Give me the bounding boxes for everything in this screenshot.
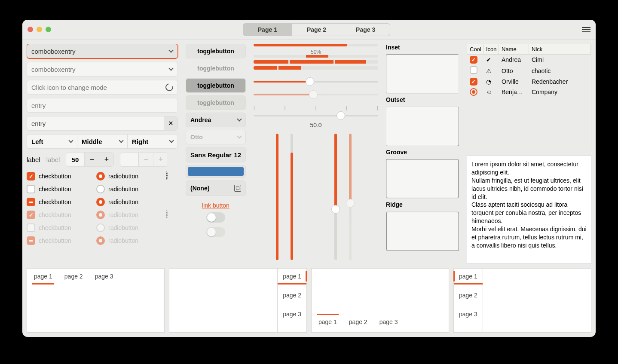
close-icon[interactable] [28, 27, 33, 32]
tree-cell-name: Otto [502, 67, 532, 74]
tree-header-nick[interactable]: Nick [529, 44, 591, 55]
progressbar-1 [254, 44, 378, 46]
entry-2-input[interactable] [31, 120, 160, 127]
tree-row[interactable]: ⚠ Otto chaotic [467, 65, 591, 76]
clock-icon: ◔ [486, 78, 502, 85]
file-icon [234, 185, 241, 192]
nb-bottom-tab-2[interactable]: page 2 [347, 314, 369, 330]
checkbox-icon[interactable] [470, 78, 477, 86]
nb-bottom-tab-3[interactable]: page 3 [378, 314, 400, 330]
vscale-3[interactable] [334, 134, 337, 260]
header-tab-page1[interactable]: Page 1 [243, 23, 292, 36]
segmented-dropdowns: Left Middle Right [27, 134, 178, 149]
nb-left-tab-2[interactable]: page 2 [454, 288, 483, 303]
checkbutton-2[interactable]: checkbutton [27, 185, 96, 193]
vscale-1[interactable] [276, 134, 278, 260]
checkbutton-3[interactable]: checkbutton [27, 198, 96, 206]
checkbox-icon [27, 172, 35, 180]
radiobutton-1-label: radiobutton [108, 173, 138, 180]
spinbutton-1[interactable]: 50 − + [66, 152, 114, 167]
app-window: Page 1 Page 2 Page 3 [22, 20, 596, 337]
seg-middle[interactable]: Middle [77, 134, 128, 149]
header-tab-page2[interactable]: Page 2 [292, 23, 341, 36]
header-tab-page3[interactable]: Page 3 [341, 23, 390, 36]
seg-right[interactable]: Right [128, 134, 178, 149]
spinbutton-2-minus: − [138, 153, 153, 166]
switch-1[interactable] [206, 212, 225, 223]
notebook-tabs-top: page 1 page 2 page 3 [27, 268, 165, 333]
comboboxentry-2-dropdown[interactable] [164, 62, 177, 76]
radio-icon[interactable] [470, 88, 477, 96]
nb-top-tab-2[interactable]: page 2 [63, 269, 85, 284]
combobox-otto-label: Otto [190, 134, 203, 141]
radiobutton-6-disabled: radiobutton [96, 236, 166, 245]
font-button[interactable]: Sans Regular12 [186, 147, 246, 162]
tree-row[interactable]: ☺ Benja… Company [467, 87, 591, 97]
nb-left-tab-1[interactable]: page 1 [454, 269, 483, 284]
hscale-1[interactable] [254, 76, 378, 87]
nb-right-tab-3[interactable]: page 3 [278, 306, 306, 322]
radiobutton-2[interactable]: radiobutton [96, 185, 166, 193]
nb-bottom-tab-1[interactable]: page 1 [317, 314, 339, 330]
spinbutton-1-plus[interactable]: + [99, 153, 113, 166]
comboboxentry-1-input[interactable] [31, 48, 160, 55]
progressbar-2-label: 50% [254, 49, 378, 55]
tree-header-cool[interactable]: Cool [467, 44, 483, 55]
comboboxentry-1-dropdown[interactable] [164, 44, 177, 58]
nb-top-tab-1[interactable]: page 1 [32, 269, 54, 284]
treeview[interactable]: Cool Icon Name Nick ✔ Andrea Cimi ⚠ [467, 44, 591, 151]
check-circle-icon: ✔ [486, 56, 502, 63]
comboboxentry-1[interactable] [27, 44, 178, 58]
color-button[interactable] [186, 165, 246, 178]
radio-icon [96, 236, 105, 245]
mode-entry[interactable] [27, 80, 178, 95]
radiobutton-3[interactable]: radiobutton [96, 198, 166, 206]
checkbutton-5-label: checkbutton [39, 224, 71, 231]
spinbutton-1-value[interactable]: 50 [66, 153, 84, 166]
vscale-2[interactable] [291, 134, 293, 260]
entry-1[interactable] [27, 98, 178, 113]
minimize-icon[interactable] [37, 27, 42, 32]
comboboxentry-2[interactable] [27, 62, 178, 76]
file-chooser-button[interactable]: (None) [186, 180, 246, 196]
combobox-otto-disabled: Otto [186, 130, 246, 144]
togglebutton-1[interactable]: togglebutton [186, 44, 246, 58]
frame-outset [386, 107, 459, 146]
checkbox-icon [27, 185, 35, 193]
maximize-icon[interactable] [46, 27, 51, 32]
checkbox-icon[interactable] [470, 56, 477, 64]
spinbutton-1-minus[interactable]: − [84, 153, 99, 166]
entry-2-clear[interactable]: ✕ [164, 116, 177, 130]
nb-top-tab-3[interactable]: page 3 [93, 269, 115, 284]
mode-entry-input[interactable] [31, 84, 165, 91]
togglebutton-3[interactable]: togglebutton [186, 78, 246, 93]
textview[interactable]: Lorem ipsum dolor sit amet, consectetur … [467, 156, 591, 264]
reload-icon[interactable] [164, 82, 175, 93]
link-button[interactable]: link button [186, 202, 246, 209]
tree-row[interactable]: ✔ Andrea Cimi [467, 55, 591, 65]
tree-header-name[interactable]: Name [499, 44, 529, 55]
seg-left[interactable]: Left [27, 134, 77, 149]
entry-1-input[interactable] [31, 102, 173, 109]
checkbox-icon[interactable] [470, 66, 477, 74]
nb-left-tab-3[interactable]: page 3 [454, 306, 483, 322]
entry-2[interactable]: ✕ [27, 116, 178, 131]
switch-knob [207, 213, 216, 222]
column-frames: Inset Outset Groove Ridge [386, 44, 459, 264]
nb-right-tab-1[interactable]: page 1 [278, 269, 306, 284]
tree-header-icon[interactable]: Icon [483, 44, 499, 55]
checkbutton-1[interactable]: checkbutton [27, 172, 96, 180]
checkbutton-2-label: checkbutton [39, 186, 71, 193]
comboboxentry-2-input[interactable] [31, 66, 160, 73]
radiobutton-1[interactable]: radiobutton [96, 172, 166, 180]
checkbutton-1-label: checkbutton [39, 173, 71, 180]
seg-middle-label: Middle [82, 138, 102, 145]
tree-row[interactable]: ◔ Orville Redenbacher [467, 76, 591, 87]
combobox-andrea[interactable]: Andrea [186, 113, 246, 127]
hamburger-menu-icon[interactable] [582, 27, 590, 32]
tree-cell-nick: Company [532, 89, 588, 95]
togglebutton-2[interactable]: togglebutton [186, 61, 246, 76]
levelbar-1 [254, 60, 378, 64]
hscale-3[interactable] [254, 110, 378, 121]
nb-right-tab-2[interactable]: page 2 [278, 288, 306, 303]
